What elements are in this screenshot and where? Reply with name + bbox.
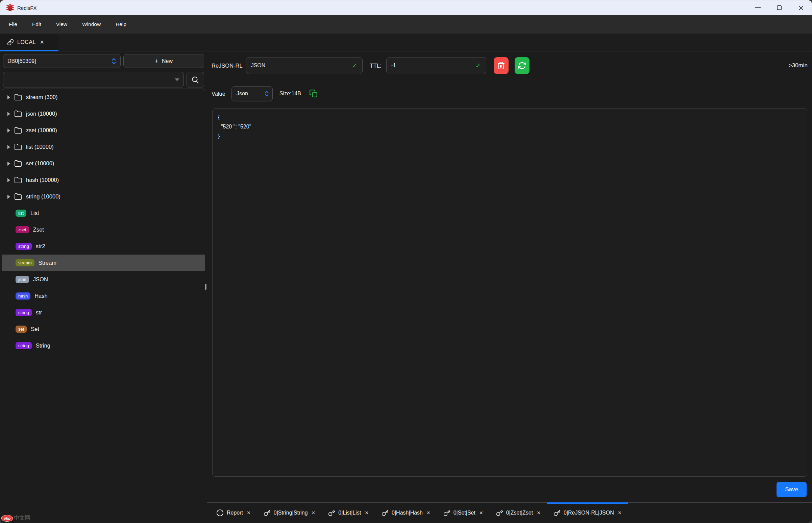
title-bar: RedisFX (0, 0, 812, 15)
folder-icon (14, 143, 22, 151)
search-button[interactable] (186, 72, 204, 88)
tree-folder-json[interactable]: json (10000) (2, 106, 205, 122)
tree-folder-set[interactable]: set (10000) (2, 155, 205, 172)
tab-rejson-json-active[interactable]: 0|ReJSON-RL|JSON ✕ (547, 503, 628, 523)
copy-icon[interactable] (309, 89, 318, 98)
close-icon[interactable]: ✕ (537, 510, 541, 516)
close-icon[interactable]: ✕ (426, 510, 430, 516)
check-icon: ✓ (352, 61, 357, 70)
database-select[interactable]: DB0[60309] (3, 54, 121, 68)
size-label: Size:14B (279, 91, 301, 97)
tree-key-stream-selected[interactable]: stream Stream (2, 255, 205, 271)
php-logo: php (1, 515, 13, 522)
tree-key-hash[interactable]: hash Hash (2, 288, 205, 304)
tab-label: 0|Set|Set (454, 510, 476, 516)
app-window: RedisFX File Edit View Window Help (0, 0, 812, 523)
tab-string-string[interactable]: 0|String|String ✕ (257, 503, 322, 523)
watermark: php 中文网 (1, 515, 30, 522)
key-header-row: ReJSON-RL JSON ✓ TTL: -1 ✓ (207, 51, 812, 80)
key-icon (328, 509, 335, 517)
menu-view[interactable]: View (56, 21, 67, 28)
minimize-button[interactable] (747, 0, 769, 15)
database-select-value: DB0[60309] (7, 58, 36, 64)
new-key-button[interactable]: + New (123, 54, 204, 68)
tab-set-set[interactable]: 0|Set|Set ✕ (437, 503, 490, 523)
caret-right-icon[interactable] (7, 178, 10, 182)
close-icon[interactable]: ✕ (618, 510, 622, 516)
menu-edit[interactable]: Edit (32, 21, 41, 28)
type-badge: hash (16, 292, 31, 300)
menu-help[interactable]: Help (115, 21, 126, 28)
close-icon[interactable]: ✕ (365, 510, 369, 516)
save-button[interactable]: Save (776, 482, 807, 497)
tree-key-set[interactable]: set Set (2, 321, 205, 337)
caret-right-icon[interactable] (7, 112, 10, 116)
tab-local-connection[interactable]: LOCAL ✕ (0, 34, 58, 51)
close-icon[interactable]: ✕ (312, 510, 316, 516)
tree-key-json[interactable]: json JSON (2, 271, 205, 288)
key-tree: stream (300) json (10000) zset (10000) l… (2, 89, 205, 523)
tree-key-string[interactable]: string String (2, 337, 205, 354)
tree-key-label: JSON (33, 276, 48, 283)
link-icon (7, 39, 14, 46)
folder-icon (14, 160, 22, 167)
tab-report[interactable]: Report ✕ (210, 503, 257, 523)
caret-right-icon[interactable] (7, 195, 10, 199)
maximize-button[interactable] (769, 0, 790, 15)
new-key-button-label: New (162, 58, 173, 64)
close-button[interactable] (790, 0, 812, 15)
tree-key-label: String (36, 342, 50, 349)
tab-zset-zset[interactable]: 0|Zset|Zset ✕ (490, 503, 547, 523)
value-editor[interactable]: { "520 ": "520" } (212, 108, 807, 477)
refresh-key-button[interactable] (515, 57, 530, 74)
close-icon[interactable]: ✕ (479, 510, 483, 516)
editor-line: { (218, 112, 801, 122)
type-badge: zset (16, 226, 29, 233)
key-icon (382, 509, 389, 517)
caret-right-icon[interactable] (7, 95, 10, 100)
tree-key-zset[interactable]: zset Zset (2, 221, 205, 238)
tree-folder-zset[interactable]: zset (10000) (2, 122, 205, 139)
ttl-input[interactable]: -1 ✓ (386, 57, 486, 74)
menu-bar: File Edit View Window Help (0, 15, 812, 34)
caret-right-icon[interactable] (7, 128, 10, 132)
tree-key-label: Stream (38, 260, 56, 266)
value-label: Value (211, 91, 225, 97)
caret-right-icon[interactable] (7, 145, 10, 149)
redis-logo-icon (6, 4, 15, 12)
key-name-input[interactable]: JSON ✓ (246, 57, 363, 74)
menu-window[interactable]: Window (82, 21, 101, 28)
tree-folder-stream[interactable]: stream (300) (2, 89, 205, 106)
tab-list-list[interactable]: 0|List|List ✕ (322, 503, 375, 523)
chevron-up-down-icon[interactable] (111, 58, 116, 64)
key-detail-panel: ReJSON-RL JSON ✓ TTL: -1 ✓ (207, 51, 812, 523)
watermark-text: 中文网 (14, 515, 30, 522)
menu-file[interactable]: File (9, 21, 17, 28)
tree-folder-label: zset (10000) (26, 127, 57, 133)
chevron-down-icon[interactable] (175, 78, 180, 81)
caret-right-icon[interactable] (7, 162, 10, 166)
info-icon (216, 509, 224, 517)
close-icon[interactable]: ✕ (247, 510, 251, 516)
type-badge: string (16, 309, 32, 316)
tree-folder-string[interactable]: string (10000) (2, 188, 205, 205)
refresh-icon (518, 61, 526, 70)
delete-key-button[interactable] (494, 57, 509, 74)
session-tab-bar: Report ✕ 0|String|String ✕ 0|List|List ✕ (207, 502, 812, 523)
sidebar-scrollbar[interactable] (205, 284, 206, 290)
tree-folder-hash[interactable]: hash (10000) (2, 172, 205, 188)
chevron-up-down-icon[interactable] (264, 91, 269, 96)
tree-folder-list[interactable]: list (10000) (2, 139, 205, 155)
tree-key-str[interactable]: string str (2, 304, 205, 321)
tree-folder-label: set (10000) (26, 160, 54, 167)
tree-key-str2[interactable]: string str2 (2, 238, 205, 255)
key-search-input[interactable] (3, 72, 184, 88)
tab-hash-hash[interactable]: 0|Hash|Hash ✕ (375, 503, 437, 523)
close-icon[interactable]: ✕ (40, 39, 44, 45)
view-mode-select[interactable]: Json (232, 86, 273, 102)
key-icon (554, 509, 560, 517)
folder-icon (14, 193, 22, 200)
tree-key-list[interactable]: list List (2, 205, 205, 221)
tab-label: 0|Zset|Zset (506, 510, 533, 516)
tree-folder-label: hash (10000) (26, 177, 59, 183)
